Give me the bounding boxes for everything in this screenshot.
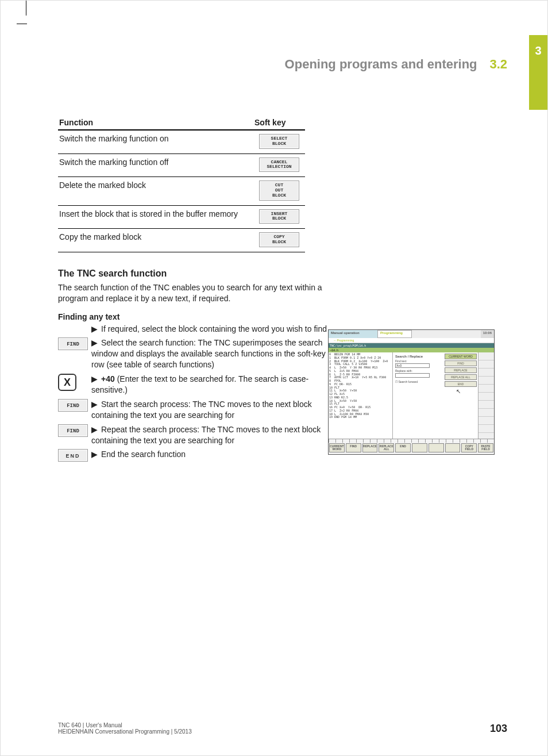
chapter-tab: 3 [529,35,547,110]
col-softkey: Soft key [253,116,305,130]
step-text: Start the search process: The TNC moves … [91,400,312,420]
section-number: 3.2 [489,57,507,71]
ss-path: TNC:\nc_prog\PGM\14.h [329,343,494,348]
arrow-icon: ▶ [91,399,98,410]
ss-btn-find[interactable]: FIND [445,360,477,366]
footer-line1: TNC 640 | User's Manual [58,722,507,728]
ss-ruler [329,439,494,443]
softkey-select-block[interactable]: SELECT BLOCK [259,134,299,149]
ss-sk[interactable] [445,443,461,452]
fn-text: Copy the marked block [58,229,253,252]
ss-time: 10:06 [481,330,494,338]
fn-text: Insert the block that is stored in the b… [58,205,253,229]
arrow-icon: ▶ [91,324,98,335]
ss-btn-replace-all[interactable]: REPLACE ALL [445,374,477,380]
search-heading: The TNC search function [58,268,495,279]
arrow-icon: ▶ [91,337,98,348]
ss-sk[interactable] [429,443,444,452]
col-function: Function [58,116,253,130]
ss-softkey-row: CURRENT WORD FIND REPLACE REPLACE ALL EN… [329,443,494,453]
arrow-icon: ▶ [91,424,98,435]
step-text: Repeat the search process: The TNC moves… [91,425,321,445]
step-text: Select the search function: The TNC supe… [91,338,326,369]
footer-line2: HEIDENHAIN Conversational Programming | … [58,728,507,735]
key-x[interactable]: X [58,374,76,391]
footer: TNC 640 | User's Manual HEIDENHAIN Conve… [58,722,507,735]
softkey-cut-out-block[interactable]: CUT OUT BLOCK [259,181,299,200]
table-row: Insert the block that is stored in the b… [58,205,305,229]
ss-mode-right: Programming [377,330,412,338]
table-row: Copy the marked block COPY BLOCK [58,229,305,252]
fn-text: Switch the marking function off [58,153,253,177]
table-row: Switch the marking function on SELECT BL… [58,130,305,153]
ss-sk[interactable] [412,443,427,452]
ss-mode-left: Manual operation [329,330,377,338]
step-text: End the search function [101,450,186,459]
softkey-find[interactable]: FIND [58,399,88,412]
ss-sk[interactable]: REPLACE ALL [379,443,394,452]
table-row: Switch the marking function off CANCEL S… [58,153,305,177]
search-sub: Finding any text [58,312,495,321]
arrow-icon: ▶ [91,374,98,385]
ss-highlight: →14.h [329,348,494,352]
ss-btn-end[interactable]: END [445,381,477,387]
ss-sk[interactable]: REPLACE [362,443,378,452]
softkey-insert-block[interactable]: INSERT BLOCK [259,209,299,224]
ss-btn-replace[interactable]: REPLACE [445,367,477,373]
ss-btn-current-word[interactable]: CURRENT WORD [445,354,477,359]
step-bold: +40 [101,374,115,383]
step-text: If required, select the block containing… [101,324,327,333]
page-number: 103 [490,723,507,735]
ss-sk[interactable]: CURRENT WORD [329,443,345,452]
ss-sk[interactable]: FIND [346,443,361,452]
ss-sk[interactable]: COPY FIELD [461,443,477,452]
step-text: (Enter the text to be searched for. The … [91,374,308,394]
fn-text: Switch the marking function on [58,130,253,153]
fn-text: Delete the marked block [58,177,253,205]
ss-sub: → Programming [329,338,494,343]
ss-find-input[interactable]: X+0 [395,363,430,368]
function-table: Function Soft key Switch the marking fun… [58,116,305,252]
softkey-end[interactable]: END [58,449,88,462]
table-row: Delete the marked block CUT OUT BLOCK [58,177,305,205]
softkey-copy-block[interactable]: COPY BLOCK [259,232,299,247]
ss-code: 0 BEGIN PGM 14 MM 1 BLK FORM 0.1 Z X+0 Y… [329,352,393,439]
page-title: Opening programs and entering [285,57,477,71]
search-lead: The search function of the TNC enables y… [58,282,328,304]
crop-mark [26,1,26,16]
ss-right-bar [478,352,494,439]
softkey-cancel-selection[interactable]: CANCEL SELECTION [259,158,299,172]
softkey-find[interactable]: FIND [58,424,88,437]
cursor-icon: ↖ [456,388,461,394]
tnc-screenshot: Manual operation Programming 10:06 → Pro… [328,329,495,455]
arrow-icon: ▶ [91,449,98,460]
ss-sk[interactable]: END [395,443,411,452]
steps-list: ▶If required, select the block containin… [58,324,328,462]
page-header: Opening programs and entering 3.2 [58,57,507,76]
ss-sk[interactable]: PASTE FIELD [478,443,493,452]
softkey-find[interactable]: FIND [58,337,88,350]
ss-dialog: Search / Replace Find text: X+0 Replace … [393,352,478,439]
crop-mark [17,24,27,24]
ss-replace-input[interactable] [395,373,430,378]
